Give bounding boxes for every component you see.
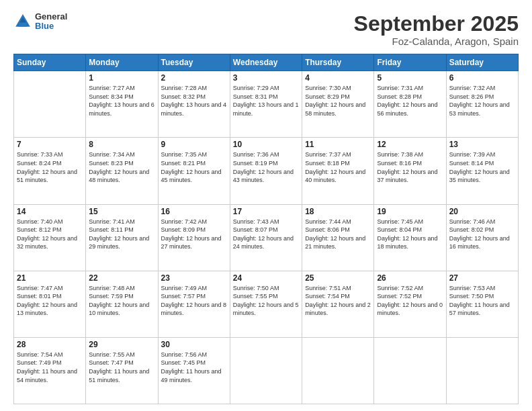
- calendar-cell: 28Sunrise: 7:54 AMSunset: 7:49 PMDayligh…: [14, 337, 86, 404]
- day-number: 13: [449, 140, 515, 149]
- cell-info: Sunrise: 7:37 AMSunset: 8:18 PMDaylight:…: [305, 150, 371, 184]
- logo-text: General Blue: [35, 12, 67, 32]
- calendar-cell: 26Sunrise: 7:52 AMSunset: 7:52 PMDayligh…: [374, 271, 446, 337]
- calendar-cell: 9Sunrise: 7:35 AMSunset: 8:21 PMDaylight…: [158, 138, 230, 204]
- day-number: 22: [89, 273, 154, 283]
- calendar-cell: [446, 337, 518, 404]
- cell-info: Sunrise: 7:39 AMSunset: 8:14 PMDaylight:…: [449, 150, 515, 184]
- cell-info: Sunrise: 7:47 AMSunset: 8:01 PMDaylight:…: [17, 284, 83, 318]
- logo-icon: [13, 12, 32, 31]
- cell-info: Sunrise: 7:55 AMSunset: 7:47 PMDaylight:…: [89, 351, 154, 384]
- month-title: September 2025: [354, 12, 519, 36]
- day-number: 20: [449, 207, 515, 216]
- day-number: 24: [233, 273, 299, 283]
- calendar-week-0: 1Sunrise: 7:27 AMSunset: 8:34 PMDaylight…: [14, 71, 519, 138]
- calendar-cell: 7Sunrise: 7:33 AMSunset: 8:24 PMDaylight…: [14, 138, 86, 204]
- calendar-cell: 15Sunrise: 7:41 AMSunset: 8:11 PMDayligh…: [86, 204, 158, 271]
- day-number: 14: [17, 207, 83, 216]
- title-block: September 2025 Foz-Calanda, Aragon, Spai…: [354, 12, 519, 47]
- calendar-cell: [302, 337, 374, 404]
- cell-info: Sunrise: 7:34 AMSunset: 8:23 PMDaylight:…: [89, 150, 154, 184]
- cell-info: Sunrise: 7:56 AMSunset: 7:45 PMDaylight:…: [161, 351, 227, 384]
- day-number: 8: [89, 140, 154, 149]
- weekday-header-wednesday: Wednesday: [230, 54, 302, 71]
- day-number: 18: [305, 207, 371, 216]
- day-number: 27: [449, 273, 515, 283]
- day-number: 23: [161, 273, 227, 283]
- weekday-header-thursday: Thursday: [302, 54, 374, 71]
- cell-info: Sunrise: 7:43 AMSunset: 8:07 PMDaylight:…: [233, 218, 299, 251]
- cell-info: Sunrise: 7:35 AMSunset: 8:21 PMDaylight:…: [161, 150, 227, 184]
- calendar-cell: 25Sunrise: 7:51 AMSunset: 7:54 PMDayligh…: [302, 271, 374, 337]
- calendar-cell: 12Sunrise: 7:38 AMSunset: 8:16 PMDayligh…: [374, 138, 446, 204]
- calendar-week-1: 7Sunrise: 7:33 AMSunset: 8:24 PMDaylight…: [14, 138, 519, 204]
- day-number: 15: [89, 207, 154, 216]
- day-number: 9: [161, 140, 227, 149]
- day-number: 5: [377, 73, 443, 83]
- day-number: 29: [89, 340, 154, 349]
- calendar-week-2: 14Sunrise: 7:40 AMSunset: 8:12 PMDayligh…: [14, 204, 519, 271]
- day-number: 28: [17, 340, 83, 349]
- calendar-cell: 5Sunrise: 7:31 AMSunset: 8:28 PMDaylight…: [374, 71, 446, 138]
- cell-info: Sunrise: 7:33 AMSunset: 8:24 PMDaylight:…: [17, 150, 83, 184]
- cell-info: Sunrise: 7:50 AMSunset: 7:55 PMDaylight:…: [233, 284, 299, 318]
- day-number: 26: [377, 273, 443, 283]
- calendar-cell: 10Sunrise: 7:36 AMSunset: 8:19 PMDayligh…: [230, 138, 302, 204]
- cell-info: Sunrise: 7:48 AMSunset: 7:59 PMDaylight:…: [89, 284, 154, 318]
- calendar-cell: [374, 337, 446, 404]
- day-number: 17: [233, 207, 299, 216]
- calendar-cell: [14, 71, 86, 138]
- calendar-cell: 4Sunrise: 7:30 AMSunset: 8:29 PMDaylight…: [302, 71, 374, 138]
- day-number: 6: [449, 73, 515, 83]
- calendar-cell: 18Sunrise: 7:44 AMSunset: 8:06 PMDayligh…: [302, 204, 374, 271]
- calendar-cell: 20Sunrise: 7:46 AMSunset: 8:02 PMDayligh…: [446, 204, 518, 271]
- day-number: 12: [377, 140, 443, 149]
- weekday-header-monday: Monday: [86, 54, 158, 71]
- day-number: 7: [17, 140, 83, 149]
- cell-info: Sunrise: 7:29 AMSunset: 8:31 PMDaylight:…: [233, 84, 299, 118]
- cell-info: Sunrise: 7:38 AMSunset: 8:16 PMDaylight:…: [377, 150, 443, 184]
- calendar-cell: 3Sunrise: 7:29 AMSunset: 8:31 PMDaylight…: [230, 71, 302, 138]
- cell-info: Sunrise: 7:30 AMSunset: 8:29 PMDaylight:…: [305, 84, 371, 118]
- day-number: 25: [305, 273, 371, 283]
- cell-info: Sunrise: 7:44 AMSunset: 8:06 PMDaylight:…: [305, 218, 371, 251]
- calendar-week-3: 21Sunrise: 7:47 AMSunset: 8:01 PMDayligh…: [14, 271, 519, 337]
- calendar-cell: 29Sunrise: 7:55 AMSunset: 7:47 PMDayligh…: [86, 337, 158, 404]
- weekday-header-sunday: Sunday: [14, 54, 86, 71]
- logo-blue: Blue: [35, 21, 67, 31]
- cell-info: Sunrise: 7:31 AMSunset: 8:28 PMDaylight:…: [377, 84, 443, 118]
- calendar-cell: 23Sunrise: 7:49 AMSunset: 7:57 PMDayligh…: [158, 271, 230, 337]
- weekday-header-tuesday: Tuesday: [158, 54, 230, 71]
- calendar-cell: 30Sunrise: 7:56 AMSunset: 7:45 PMDayligh…: [158, 337, 230, 404]
- page: General Blue September 2025 Foz-Calanda,…: [0, 0, 532, 411]
- cell-info: Sunrise: 7:46 AMSunset: 8:02 PMDaylight:…: [449, 218, 515, 251]
- calendar-cell: 22Sunrise: 7:48 AMSunset: 7:59 PMDayligh…: [86, 271, 158, 337]
- calendar-cell: 19Sunrise: 7:45 AMSunset: 8:04 PMDayligh…: [374, 204, 446, 271]
- weekday-header-friday: Friday: [374, 54, 446, 71]
- calendar-cell: 6Sunrise: 7:32 AMSunset: 8:26 PMDaylight…: [446, 71, 518, 138]
- cell-info: Sunrise: 7:45 AMSunset: 8:04 PMDaylight:…: [377, 218, 443, 251]
- cell-info: Sunrise: 7:54 AMSunset: 7:49 PMDaylight:…: [17, 351, 83, 384]
- calendar-cell: 24Sunrise: 7:50 AMSunset: 7:55 PMDayligh…: [230, 271, 302, 337]
- cell-info: Sunrise: 7:27 AMSunset: 8:34 PMDaylight:…: [89, 84, 154, 118]
- calendar-table: SundayMondayTuesdayWednesdayThursdayFrid…: [13, 54, 519, 404]
- calendar-cell: 21Sunrise: 7:47 AMSunset: 8:01 PMDayligh…: [14, 271, 86, 337]
- day-number: 19: [377, 207, 443, 216]
- calendar-cell: 11Sunrise: 7:37 AMSunset: 8:18 PMDayligh…: [302, 138, 374, 204]
- calendar-week-4: 28Sunrise: 7:54 AMSunset: 7:49 PMDayligh…: [14, 337, 519, 404]
- cell-info: Sunrise: 7:51 AMSunset: 7:54 PMDaylight:…: [305, 284, 371, 318]
- svg-rect-2: [19, 23, 27, 27]
- cell-info: Sunrise: 7:53 AMSunset: 7:50 PMDaylight:…: [449, 284, 515, 318]
- calendar-cell: 1Sunrise: 7:27 AMSunset: 8:34 PMDaylight…: [86, 71, 158, 138]
- calendar-header-row: SundayMondayTuesdayWednesdayThursdayFrid…: [14, 54, 519, 71]
- day-number: 1: [89, 73, 154, 83]
- logo-general: General: [35, 12, 67, 21]
- calendar-cell: 17Sunrise: 7:43 AMSunset: 8:07 PMDayligh…: [230, 204, 302, 271]
- day-number: 3: [233, 73, 299, 83]
- cell-info: Sunrise: 7:40 AMSunset: 8:12 PMDaylight:…: [17, 218, 83, 251]
- day-number: 30: [161, 340, 227, 349]
- cell-info: Sunrise: 7:42 AMSunset: 8:09 PMDaylight:…: [161, 218, 227, 251]
- day-number: 11: [305, 140, 371, 149]
- cell-info: Sunrise: 7:52 AMSunset: 7:52 PMDaylight:…: [377, 284, 443, 318]
- cell-info: Sunrise: 7:41 AMSunset: 8:11 PMDaylight:…: [89, 218, 154, 251]
